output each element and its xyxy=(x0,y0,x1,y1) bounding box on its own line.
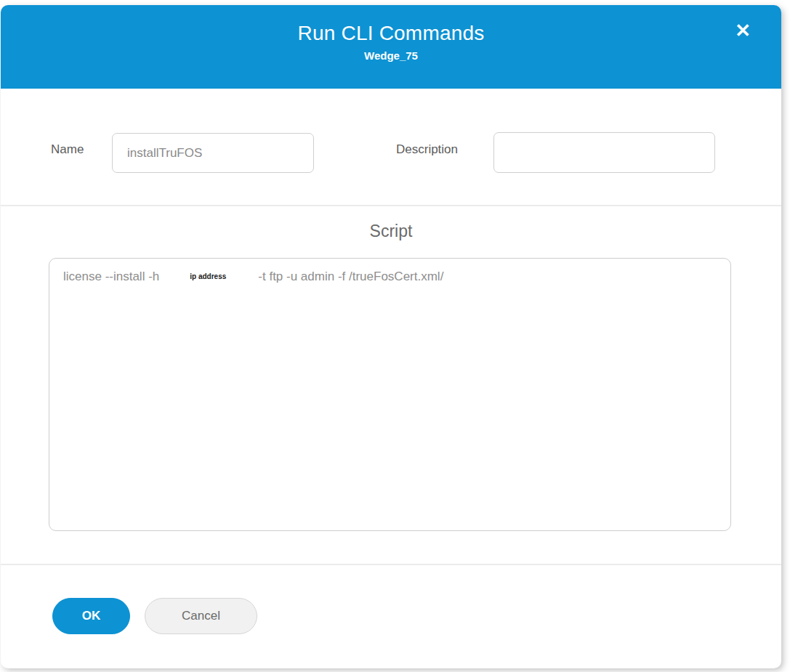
run-cli-commands-dialog: Run CLI Commands Wedge_75 ✕ Name Descrip… xyxy=(1,5,781,668)
script-heading: Script xyxy=(1,222,781,241)
section-divider-top xyxy=(1,205,781,206)
script-ip-address-placeholder: ip address xyxy=(190,268,226,286)
description-label: Description xyxy=(396,142,458,157)
script-command-part1: license --install -h xyxy=(63,270,159,283)
cancel-button[interactable]: Cancel xyxy=(145,598,257,634)
script-command-part2: -t ftp -u admin -f /trueFosCert.xml/ xyxy=(258,270,443,283)
section-divider-bottom xyxy=(1,564,781,565)
description-input[interactable] xyxy=(493,132,715,173)
page-background: Run CLI Commands Wedge_75 ✕ Name Descrip… xyxy=(0,0,790,672)
script-input-area[interactable]: license --install -hip address-t ftp -u … xyxy=(49,258,731,531)
name-input[interactable] xyxy=(112,133,314,173)
dialog-title: Run CLI Commands xyxy=(1,5,781,45)
dialog-header: Run CLI Commands Wedge_75 ✕ xyxy=(1,5,781,89)
close-icon[interactable]: ✕ xyxy=(735,21,751,40)
ok-button[interactable]: OK xyxy=(52,598,130,634)
dialog-subtitle-switch-name: Wedge_75 xyxy=(1,49,781,62)
name-label: Name xyxy=(51,142,84,157)
